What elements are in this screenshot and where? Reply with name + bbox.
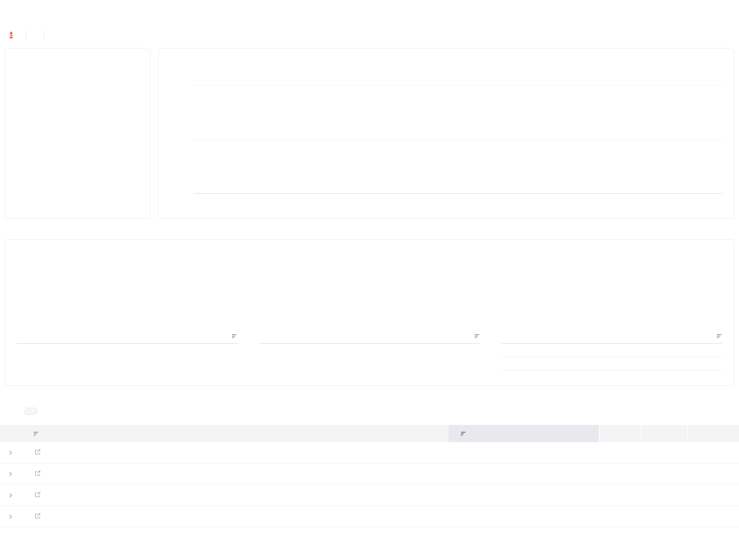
to-improve-dot-icon — [555, 289, 560, 294]
page-status-donut-chart — [36, 68, 120, 152]
to-improve-dot-icon — [189, 65, 194, 70]
tbt-column-header[interactable] — [641, 425, 687, 442]
status-badge — [449, 450, 599, 455]
good-dot-icon — [15, 163, 21, 169]
good-dot-icon — [555, 280, 560, 285]
good-dot-icon — [168, 65, 173, 70]
legend-item-poor — [15, 183, 141, 189]
table-header-row — [0, 425, 739, 442]
affected-pages-sort[interactable] — [229, 334, 237, 338]
na-dot-icon — [70, 305, 75, 310]
x-axis-ticks — [194, 194, 722, 208]
page-status-card — [5, 48, 151, 219]
to-improve-dot-icon — [15, 173, 21, 179]
status-badge — [449, 472, 599, 477]
lcp-legend — [70, 280, 139, 318]
metrics-card — [5, 239, 734, 386]
good-dot-icon — [70, 280, 75, 285]
legend-item-good — [555, 280, 624, 285]
url-column-header[interactable] — [21, 425, 449, 442]
na-dot-icon — [15, 193, 21, 199]
external-link-icon[interactable] — [34, 513, 41, 521]
sort-icon — [717, 334, 722, 338]
analyzed-pages-table — [0, 425, 739, 527]
poor-dot-icon — [15, 183, 21, 189]
tbt-metric-column — [259, 269, 479, 370]
legend-item-poor — [555, 297, 624, 302]
sort-icon — [34, 432, 39, 436]
poor-dot-icon — [555, 297, 560, 302]
status-badge — [449, 514, 599, 519]
to-improve-dot-icon — [312, 289, 317, 294]
stacked-bars — [194, 85, 722, 194]
status-badge — [449, 493, 599, 498]
external-link-icon[interactable] — [34, 449, 41, 457]
historical-bar-chart — [194, 85, 722, 194]
poor-dot-icon — [210, 65, 215, 70]
legend-item-good — [70, 280, 139, 285]
poor-dot-icon — [70, 297, 75, 302]
cls-legend — [555, 280, 624, 318]
status-column-header[interactable] — [449, 425, 599, 442]
analyzed-pages-section — [5, 408, 734, 527]
legend-item-na — [231, 65, 240, 70]
affected-pages-sort[interactable] — [472, 334, 480, 338]
historical-legend — [168, 65, 724, 70]
expand-row-chevron[interactable] — [0, 492, 21, 499]
poor-dot-icon — [312, 297, 317, 302]
legend-item-poor — [312, 297, 381, 302]
legend-item-good — [312, 280, 381, 285]
legend-item-to-improve — [312, 289, 381, 294]
lcp-metric-column — [17, 269, 237, 370]
core-web-vitals-page — [0, 0, 739, 532]
lcp-column-header[interactable] — [599, 425, 641, 442]
status-dot-icon — [458, 450, 463, 455]
to-improve-dot-icon — [70, 289, 75, 294]
legend-item-na — [555, 305, 624, 310]
cls-donut-chart — [502, 280, 540, 318]
divider — [44, 30, 44, 39]
cls-column-header[interactable] — [687, 425, 739, 442]
status-dot-icon — [458, 514, 463, 519]
affected-pages-sort[interactable] — [714, 334, 722, 338]
expand-row-chevron[interactable] — [0, 449, 21, 457]
external-link-icon[interactable] — [34, 470, 41, 478]
legend-item-to-improve — [70, 289, 139, 294]
page-header — [8, 9, 731, 39]
score-donut-icon — [17, 9, 30, 22]
legend-item-na — [70, 305, 139, 310]
lcp-donut-chart — [17, 280, 55, 318]
na-dot-icon — [312, 305, 317, 310]
legend-item-na — [312, 305, 381, 310]
status-dot-icon — [458, 493, 463, 498]
table-row — [0, 485, 739, 506]
legend-item-poor — [210, 65, 219, 70]
good-dot-icon — [312, 280, 317, 285]
legend-item-na — [15, 193, 141, 199]
expand-row-chevron[interactable] — [0, 470, 21, 478]
legend-item-to-improve — [555, 289, 624, 294]
sort-icon — [475, 334, 480, 338]
page-status-legend — [15, 163, 141, 199]
table-row — [0, 442, 739, 463]
external-link-icon[interactable] — [34, 491, 41, 500]
status-dot-icon — [458, 472, 463, 477]
cls-metric-column — [502, 269, 722, 370]
edit-list-button[interactable] — [25, 408, 37, 415]
lighthouse-icon — [8, 31, 15, 38]
sort-icon — [232, 334, 237, 338]
tbt-donut-chart — [259, 280, 298, 318]
legend-item-good — [15, 163, 141, 169]
table-row — [0, 463, 739, 485]
historical-data-card — [158, 48, 734, 219]
legend-item-to-improve — [15, 173, 141, 179]
legend-item-to-improve — [189, 65, 198, 70]
na-dot-icon — [555, 305, 560, 310]
legend-item-good — [168, 65, 177, 70]
sort-icon — [461, 432, 466, 436]
cls-issue-row — [502, 357, 722, 370]
table-row — [0, 506, 739, 527]
expand-row-chevron[interactable] — [0, 513, 21, 520]
na-dot-icon — [231, 65, 236, 70]
cls-issue-row — [502, 344, 722, 357]
